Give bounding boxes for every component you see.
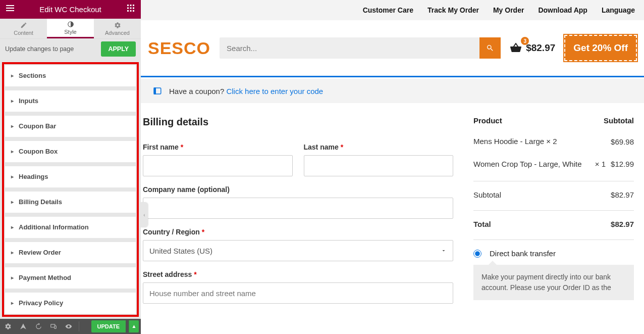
last-name-label: Last name *: [304, 143, 454, 151]
payment-radio-bank[interactable]: [473, 250, 481, 258]
subtotal-label: Subtotal: [473, 190, 501, 199]
last-name-input[interactable]: [304, 155, 454, 176]
tab-content[interactable]: Content: [0, 19, 47, 39]
total-label: Total: [473, 220, 491, 228]
subtotal-value: $82.97: [611, 190, 634, 199]
first-name-label: First name *: [143, 143, 293, 151]
cart-total: $82.97: [526, 42, 555, 54]
apps-icon[interactable]: [125, 5, 137, 14]
country-label: Country / Region *: [143, 228, 453, 236]
nav-my-order[interactable]: My Order: [493, 6, 524, 14]
pencil-icon: [20, 22, 27, 29]
cart-widget[interactable]: 3 $82.97: [510, 42, 555, 54]
site-logo[interactable]: SESCO: [148, 38, 210, 58]
update-menu-button[interactable]: ▲: [129, 320, 139, 332]
preview-icon[interactable]: [63, 320, 75, 332]
panel-coupon-box[interactable]: ▸Coupon Box: [5, 141, 136, 162]
nav-customer-care[interactable]: Customer Care: [363, 6, 413, 14]
search-button[interactable]: [479, 37, 501, 59]
nav-language[interactable]: Language: [602, 6, 635, 14]
svg-rect-6: [127, 8, 129, 9]
svg-rect-3: [127, 5, 129, 6]
apply-button[interactable]: APPLY: [101, 41, 136, 57]
settings-icon[interactable]: [2, 320, 14, 332]
payment-description: Make your payment directly into our bank…: [473, 265, 634, 300]
caret-right-icon: ▸: [11, 149, 14, 154]
panel-title: Edit WC Checkout: [16, 5, 125, 14]
tab-advanced[interactable]: Advanced: [94, 19, 141, 39]
caret-right-icon: ▸: [11, 174, 14, 179]
caret-right-icon: ▸: [11, 275, 14, 280]
company-label: Company name (optional): [143, 185, 453, 194]
coupon-bar: Have a coupon? Click here to enter your …: [141, 79, 644, 103]
coupon-link[interactable]: Click here to enter your code: [226, 87, 323, 96]
caret-right-icon: ▸: [11, 98, 14, 104]
first-name-input[interactable]: [143, 155, 293, 176]
search-icon: [486, 44, 494, 52]
panel-sections[interactable]: ▸Sections: [5, 65, 136, 86]
divider: [473, 240, 634, 240]
promo-button[interactable]: Get 20% Off: [564, 35, 637, 61]
svg-rect-5: [133, 5, 134, 6]
panel-billing-details[interactable]: ▸Billing Details: [5, 192, 136, 213]
country-select[interactable]: United States (US): [143, 240, 453, 261]
basket-icon: [510, 42, 522, 54]
nav-track-my-order[interactable]: Track My Order: [427, 6, 479, 14]
order-line: Women Crop Top - Large, White× 1$12.99: [473, 159, 634, 170]
gear-icon: [114, 22, 121, 29]
svg-rect-14: [55, 326, 57, 328]
caret-right-icon: ▸: [11, 300, 14, 306]
accent-line: [141, 76, 644, 77]
collapse-handle[interactable]: ‹: [141, 202, 148, 227]
svg-rect-11: [133, 10, 134, 12]
chevron-down-icon: [441, 248, 447, 254]
panel-payment-method[interactable]: ▸Payment Method: [5, 267, 136, 289]
svg-rect-4: [130, 5, 132, 6]
svg-rect-7: [130, 8, 132, 9]
svg-rect-0: [6, 5, 14, 6]
total-value: $82.97: [611, 220, 634, 228]
caret-right-icon: ▸: [11, 224, 14, 230]
order-head-product: Product: [473, 116, 502, 125]
panel-additional-information[interactable]: ▸Additional Information: [5, 217, 136, 238]
caret-right-icon: ▸: [11, 123, 14, 129]
contrast-icon: [67, 21, 74, 28]
caret-right-icon: ▸: [11, 73, 14, 78]
navigator-icon[interactable]: [17, 320, 29, 332]
panel-headings[interactable]: ▸Headings: [5, 166, 136, 187]
tab-style[interactable]: Style: [47, 19, 94, 39]
street-label: Street address *: [143, 270, 453, 278]
company-input[interactable]: [143, 198, 453, 219]
billing-heading: Billing details: [143, 116, 453, 128]
order-line: Mens Hoodie - Large × 2$69.98: [473, 136, 634, 148]
nav-download-app[interactable]: Download App: [538, 6, 587, 14]
svg-rect-1: [6, 8, 14, 9]
panel-privacy-policy[interactable]: ▸Privacy Policy: [5, 293, 136, 314]
order-head-subtotal: Subtotal: [604, 116, 634, 125]
hamburger-icon[interactable]: [4, 4, 16, 14]
divider: [473, 210, 634, 211]
panel-inputs[interactable]: ▸Inputs: [5, 90, 136, 112]
divider: [473, 181, 634, 181]
svg-rect-16: [154, 88, 155, 94]
history-icon[interactable]: [32, 320, 44, 332]
svg-rect-10: [130, 10, 132, 12]
coupon-icon: [153, 86, 162, 96]
caret-right-icon: ▸: [11, 199, 14, 205]
svg-rect-8: [133, 8, 134, 9]
caret-right-icon: ▸: [11, 250, 14, 255]
search-input[interactable]: [220, 37, 479, 59]
update-button[interactable]: UPDATE: [91, 320, 126, 332]
street-input[interactable]: [143, 282, 453, 304]
responsive-icon[interactable]: [47, 320, 60, 332]
apply-hint: Update changes to page: [5, 45, 74, 53]
svg-rect-2: [6, 10, 14, 11]
panel-coupon-bar[interactable]: ▸Coupon Bar: [5, 116, 136, 137]
svg-rect-9: [127, 10, 129, 12]
panel-review-order[interactable]: ▸Review Order: [5, 242, 136, 263]
coupon-text: Have a coupon?: [169, 87, 226, 96]
payment-option-bank[interactable]: Direct bank transfer: [473, 249, 634, 258]
